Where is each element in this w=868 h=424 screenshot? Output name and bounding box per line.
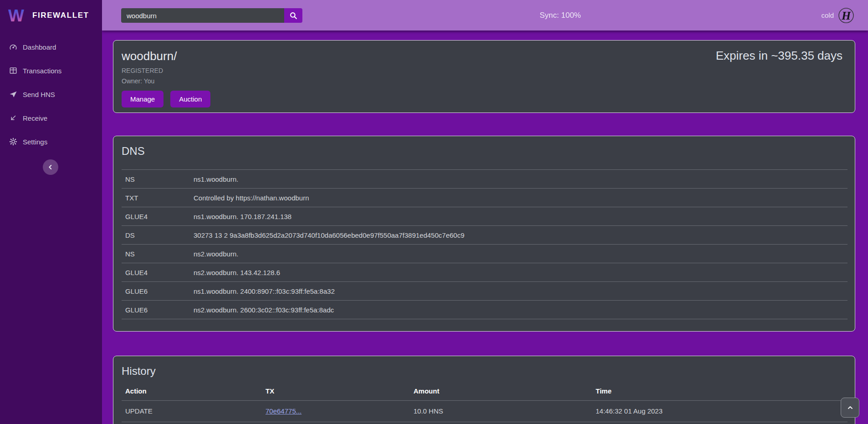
domain-owner: Owner: You [122, 77, 847, 85]
history-card: History Action TX Amount Time UPDATE 70e… [113, 356, 855, 424]
history-row: UPDATE 70e64775... 10.0 HNS 14:46:32 01 … [122, 400, 848, 422]
sidebar-item-label: Send HNS [23, 91, 55, 98]
sidebar-item-dashboard[interactable]: Dashboard [0, 35, 102, 59]
sidebar: W FIREWALLET Dashboard Transactions [0, 0, 102, 424]
dns-title: DNS [122, 145, 847, 158]
send-icon [9, 90, 17, 98]
auction-button[interactable]: Auction [170, 91, 210, 107]
transactions-icon [9, 66, 17, 75]
search-bar [121, 8, 302, 23]
search-input[interactable] [121, 8, 284, 23]
app-logo[interactable]: W FIREWALLET [0, 0, 102, 31]
dns-record-row: TXT Controlled by https://nathan.woodbur… [122, 189, 848, 207]
history-amount: 10.0 HNS [410, 400, 592, 422]
svg-text:H: H [841, 9, 851, 22]
sidebar-collapse-button[interactable] [43, 159, 58, 175]
dns-record-value: ns1.woodburn. [190, 170, 848, 189]
domain-status: REGISTERED [122, 67, 847, 74]
dns-record-row: GLUE6 ns2.woodburn. 2600:3c02::f03c:93ff… [122, 301, 848, 319]
search-button[interactable] [284, 8, 302, 23]
dns-record-type: TXT [122, 189, 190, 207]
manage-button[interactable]: Manage [122, 91, 163, 107]
domain-actions: Manage Auction [122, 91, 847, 107]
history-col-time: Time [592, 382, 848, 400]
sidebar-item-transactions[interactable]: Transactions [0, 59, 102, 82]
svg-text:W: W [8, 6, 24, 25]
history-time: 14:46:32 01 Aug 2023 [592, 400, 848, 422]
dns-record-value: 30273 13 2 9a3a8fb3d625d2a2073d740f10da6… [190, 226, 848, 245]
dns-record-row: GLUE4 ns1.woodburn. 170.187.241.138 [122, 207, 848, 226]
dns-record-value: ns1.woodburn. 2400:8907::f03c:93ff:fe5a:… [190, 282, 848, 301]
sidebar-item-settings[interactable]: Settings [0, 130, 102, 153]
history-amount: 10.0 HNS [410, 422, 592, 424]
dns-table: NS ns1.woodburn. TXT Controlled by https… [122, 169, 848, 319]
history-time: 15:45:36 07 Jul 2023 [592, 422, 848, 424]
wallet-name: cold [821, 11, 834, 19]
app-title: FIREWALLET [32, 11, 89, 20]
scroll-to-top-button[interactable] [841, 398, 859, 418]
tx-link[interactable]: 70e64775... [266, 407, 301, 415]
wallet-switcher[interactable]: cold H [821, 0, 854, 31]
dns-record-value: ns2.woodburn. 2600:3c02::f03c:93ff:fe5a:… [190, 301, 848, 319]
history-table: Action TX Amount Time UPDATE 70e64775...… [122, 382, 848, 424]
dns-record-type: GLUE6 [122, 301, 190, 319]
sidebar-item-label: Transactions [23, 67, 61, 75]
dns-record-row: DS 30273 13 2 9a3a8fb3d625d2a2073d740f10… [122, 226, 848, 245]
main-content: woodburn/ REGISTERED Owner: You Manage A… [102, 31, 868, 424]
sidebar-item-label: Dashboard [23, 43, 56, 51]
history-action: UPDATE [122, 400, 262, 422]
receive-arrow-icon [9, 114, 17, 122]
dns-record-value: ns2.woodburn. 143.42.128.6 [190, 263, 848, 282]
history-header-row: Action TX Amount Time [122, 382, 848, 400]
chevron-up-icon [847, 404, 854, 411]
handshake-logo-icon[interactable]: H [838, 7, 854, 24]
dns-record-row: GLUE6 ns1.woodburn. 2400:8907::f03c:93ff… [122, 282, 848, 301]
sidebar-item-label: Receive [23, 114, 47, 122]
history-col-action: Action [122, 382, 262, 400]
sync-status: Sync: 100% [540, 0, 581, 31]
expiry-label: Expires in ~395.35 days [716, 49, 842, 63]
dns-record-type: NS [122, 245, 190, 263]
dns-record-row: NS ns2.woodburn. [122, 245, 848, 263]
dashboard-icon [9, 43, 17, 51]
sidebar-nav: Dashboard Transactions Send HNS [0, 35, 102, 153]
sidebar-item-receive[interactable]: Receive [0, 106, 102, 130]
dns-record-type: GLUE4 [122, 207, 190, 226]
domain-card: woodburn/ REGISTERED Owner: You Manage A… [113, 40, 855, 113]
dns-card: DNS NS ns1.woodburn. TXT Controlled by h… [113, 136, 855, 332]
dns-record-value: ns2.woodburn. [190, 245, 848, 263]
history-row: RENEW d7b44e6... 10.0 HNS 15:45:36 07 Ju… [122, 422, 848, 424]
dns-record-type: GLUE6 [122, 282, 190, 301]
dns-record-type: NS [122, 170, 190, 189]
firewallet-logo-icon: W [8, 6, 26, 25]
history-col-amount: Amount [410, 382, 592, 400]
dns-record-type: DS [122, 226, 190, 245]
topbar: Sync: 100% cold H [102, 0, 868, 31]
gear-icon [9, 138, 17, 146]
dns-record-value: Controlled by https://nathan.woodburn [190, 189, 848, 207]
chevron-left-icon [47, 163, 54, 171]
sidebar-item-label: Settings [23, 138, 47, 146]
sidebar-item-send-hns[interactable]: Send HNS [0, 82, 102, 106]
dns-record-row: GLUE4 ns2.woodburn. 143.42.128.6 [122, 263, 848, 282]
dns-record-value: ns1.woodburn. 170.187.241.138 [190, 207, 848, 226]
history-title: History [122, 365, 847, 378]
dns-record-row: NS ns1.woodburn. [122, 170, 848, 189]
dns-record-type: GLUE4 [122, 263, 190, 282]
history-col-tx: TX [262, 382, 410, 400]
search-icon [289, 11, 298, 20]
history-action: RENEW [122, 422, 262, 424]
